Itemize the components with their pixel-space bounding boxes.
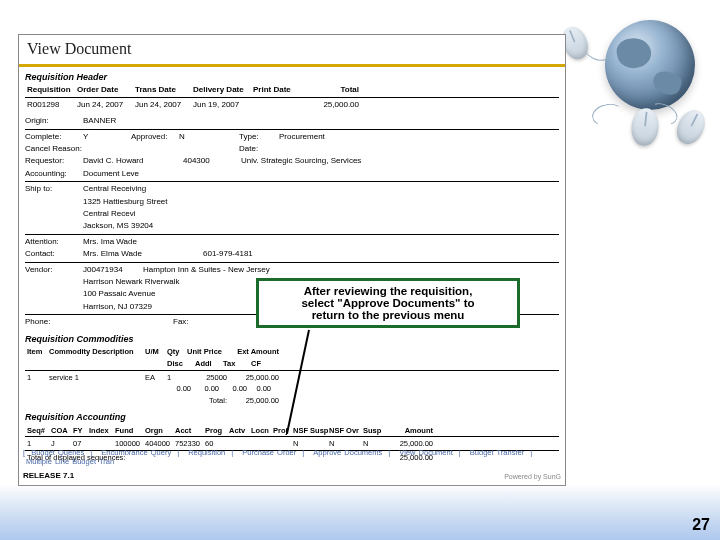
req-header-row: Requisition Order Date Trans Date Delive… xyxy=(25,84,559,96)
lbl-attention: Attention: xyxy=(25,237,83,247)
val-total: 25,000.00 xyxy=(301,99,361,111)
commod-subheader: Disc Addl Tax CF xyxy=(25,358,559,370)
val-vendor-id: J00471934 xyxy=(83,265,143,275)
val-requestor-code: 404300 xyxy=(183,156,241,166)
val-approved: N xyxy=(179,132,239,142)
col-trans-date: Trans Date xyxy=(133,84,191,96)
val-shipto-2: 1325 Hattiesburg Street xyxy=(83,197,168,207)
commod-header: Item Commodity Description U/M Qty Unit … xyxy=(25,346,559,358)
col-requisition: Requisition xyxy=(25,84,75,96)
lbl-accounting: Accounting: xyxy=(25,169,83,179)
val-trans-date: Jun 24, 2007 xyxy=(133,99,191,111)
lbl-type: Type: xyxy=(239,132,279,142)
lbl-vendor: Vendor: xyxy=(25,265,83,275)
section-commodities: Requisition Commodities xyxy=(19,329,565,347)
val-shipto-3: Central Recevi xyxy=(83,209,135,219)
callout-line-3: return to the previous menu xyxy=(265,309,511,321)
page-title: View Document xyxy=(19,35,565,67)
link-requisition[interactable]: Requisition xyxy=(185,448,228,457)
link-budget-queries[interactable]: Budget Queries xyxy=(28,448,87,457)
row-vendor: Vendor: J00471934 Hampton Inn & Suites -… xyxy=(19,264,565,276)
lbl-complete: Complete: xyxy=(25,132,83,142)
instruction-callout: After reviewing the requisition, select … xyxy=(256,278,520,328)
link-approve-documents[interactable]: Approve Documents xyxy=(310,448,385,457)
val-print-date xyxy=(251,99,301,111)
val-attention: Mrs. Ima Wade xyxy=(83,237,137,247)
val-complete: Y xyxy=(83,132,131,142)
val-accounting: Document Leve xyxy=(83,169,139,179)
val-contact-phone: 601-979-4181 xyxy=(203,249,253,259)
row-cancel: Cancel Reason: Date: xyxy=(19,143,565,155)
commod-row: 1 service 1 EA 1 25000 25,000.00 xyxy=(25,372,559,384)
lbl-approved: Approved: xyxy=(131,132,179,142)
lbl-requestor: Requestor: xyxy=(25,156,83,166)
val-vendor-name: Hampton Inn & Suites - New Jersey xyxy=(143,265,270,275)
val-vendor-3: 100 Passaic Avenue xyxy=(83,289,155,299)
link-view-document[interactable]: View Document xyxy=(396,448,455,457)
bottom-link-bar: [ Budget Queries| Encumbrance Query| Req… xyxy=(23,448,561,468)
link-encumbrance-query[interactable]: Encumbrance Query xyxy=(98,448,174,457)
req-data-row: R001298 Jun 24, 2007 Jun 24, 2007 Jun 19… xyxy=(25,99,559,111)
callout-line-1: After reviewing the requisition, xyxy=(265,285,511,297)
val-contact: Mrs. Elma Wade xyxy=(83,249,203,259)
col-print-date: Print Date xyxy=(251,84,301,96)
lbl-cancel: Cancel Reason: xyxy=(25,144,95,154)
val-requestor-dept: Univ. Strategic Sourcing, Services xyxy=(241,156,361,166)
acct-header: Seq# COA FY Index Fund Orgn Acct Prog Ac… xyxy=(25,425,559,437)
lbl-origin: Origin: xyxy=(25,116,83,126)
section-requisition-header: Requisition Header xyxy=(19,67,565,85)
val-delivery-date: Jun 19, 2007 xyxy=(191,99,251,111)
val-requestor-name: David C. Howard xyxy=(83,156,183,166)
mouse-icon xyxy=(672,105,711,148)
footer-gradient xyxy=(0,484,720,540)
release-label: RELEASE 7.1 xyxy=(23,471,74,481)
lbl-date: Date: xyxy=(239,144,258,154)
lbl-shipto: Ship to: xyxy=(25,184,83,194)
lbl-fax: Fax: xyxy=(173,317,189,327)
col-delivery-date: Delivery Date xyxy=(191,84,251,96)
callout-line-2: select "Approve Documents" to xyxy=(265,297,511,309)
row-shipto: Ship to: Central Receiving xyxy=(19,183,565,195)
view-document-panel: View Document Requisition Header Requisi… xyxy=(18,34,566,486)
val-shipto-4: Jackson, MS 39204 xyxy=(83,221,153,231)
val-origin: BANNER xyxy=(83,116,116,126)
val-order-date: Jun 24, 2007 xyxy=(75,99,133,111)
val-requisition: R001298 xyxy=(25,99,75,111)
powered-by-label: Powered by SunG xyxy=(504,472,561,481)
globe-icon xyxy=(605,20,695,110)
commod-row2: 0.00 0.00 0.00 0.00 xyxy=(25,383,559,395)
row-attention: Attention: Mrs. Ima Wade xyxy=(19,236,565,248)
globe-decoration xyxy=(570,0,720,140)
row-complete: Complete: Y Approved: N Type: Procuremen… xyxy=(19,131,565,143)
page-number: 27 xyxy=(692,516,710,534)
val-vendor-2: Harrison Newark Riverwalk xyxy=(83,277,179,287)
row-accounting: Accounting: Document Leve xyxy=(19,168,565,180)
val-vendor-4: Harrison, NJ 07329 xyxy=(83,302,152,312)
link-multi-line-budget[interactable]: Multiple Line Budget Tran xyxy=(23,457,117,466)
val-shipto-1: Central Receiving xyxy=(83,184,146,194)
val-type: Procurement xyxy=(279,132,325,142)
row-contact: Contact: Mrs. Elma Wade 601-979-4181 xyxy=(19,248,565,260)
row-origin: Origin: BANNER xyxy=(19,115,565,127)
col-order-date: Order Date xyxy=(75,84,133,96)
lbl-phone: Phone: xyxy=(25,317,83,327)
slide-root: View Document Requisition Header Requisi… xyxy=(0,0,720,540)
link-budget-transfer[interactable]: Budget Transfer xyxy=(467,448,527,457)
link-purchase-order[interactable]: Purchase Order xyxy=(239,448,299,457)
mouse-cord xyxy=(590,101,625,128)
lbl-contact: Contact: xyxy=(25,249,83,259)
row-requestor: Requestor: David C. Howard 404300 Univ. … xyxy=(19,155,565,167)
col-total: Total xyxy=(301,84,361,96)
